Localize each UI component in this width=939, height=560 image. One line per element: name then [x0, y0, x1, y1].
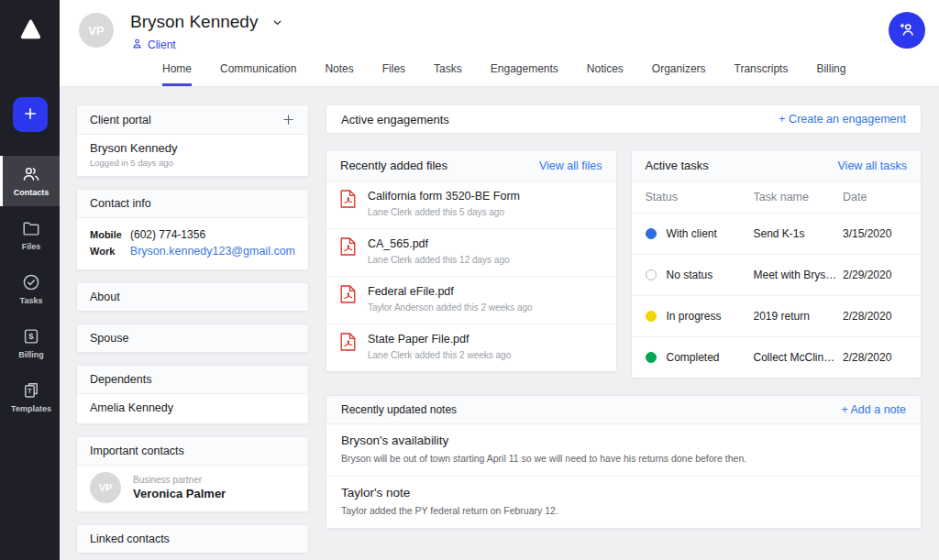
- status-dot: [646, 311, 657, 322]
- pdf-file-icon: [340, 237, 356, 265]
- task-name: Meet with Bryson: [754, 269, 844, 281]
- task-row[interactable]: Completed Collect McClintock... 2/28/202…: [632, 336, 922, 378]
- linked-contacts-card[interactable]: Linked contacts: [76, 524, 309, 554]
- task-row[interactable]: With client Send K-1s 3/15/2020: [632, 213, 922, 254]
- portal-user-name: Bryson Kennedy: [90, 141, 295, 155]
- tab-communication[interactable]: Communication: [220, 62, 296, 86]
- client-name: Bryson Kennedy: [130, 12, 258, 32]
- tab-tasks[interactable]: Tasks: [434, 62, 462, 86]
- note-row[interactable]: Taylor's note Taylor added the PY federa…: [326, 476, 921, 528]
- contacts-icon: [21, 164, 41, 184]
- file-name: Federal eFile.pdf: [368, 285, 533, 298]
- dollar-square-icon: $: [21, 326, 41, 346]
- view-all-files-link[interactable]: View all files: [539, 159, 602, 172]
- file-row[interactable]: CA_565.pdf Lane Clerk added this 12 days…: [326, 228, 616, 276]
- canopy-logo-icon[interactable]: [0, 0, 60, 59]
- rail-item-label: Billing: [18, 350, 44, 359]
- tasks-card-title: Active tasks: [646, 159, 709, 172]
- contact-info-row: Work Bryson.kennedy123@gmail.com: [90, 245, 295, 258]
- task-status: Completed: [667, 351, 720, 364]
- rail-item-files[interactable]: Files: [0, 210, 60, 260]
- contact-name: Veronica Palmer: [133, 487, 226, 500]
- file-row[interactable]: State Paper File.pdf Lane Clerk added th…: [326, 324, 616, 371]
- rail-item-label: Templates: [11, 404, 51, 413]
- recently-updated-notes-card: Recently updated notes + Add a note Brys…: [326, 395, 922, 529]
- task-row[interactable]: No status Meet with Bryson 2/29/2020: [632, 254, 922, 295]
- person-icon: [131, 38, 143, 52]
- tab-notes[interactable]: Notes: [325, 62, 353, 86]
- contact-info-title: Contact info: [90, 197, 151, 210]
- active-tasks-card: Active tasks View all tasks Status Task …: [631, 149, 922, 379]
- note-body: Bryson will be out of town starting Apri…: [341, 453, 906, 464]
- tab-transcripts[interactable]: Transcripts: [735, 62, 789, 86]
- rail-item-tasks[interactable]: Tasks: [0, 264, 60, 314]
- file-meta: Lane Clerk added this 12 days ago: [368, 255, 510, 265]
- global-add-button[interactable]: [13, 97, 48, 132]
- important-contacts-card: Important contacts VP Business partner V…: [76, 436, 309, 512]
- spouse-title: Spouse: [90, 332, 128, 345]
- task-date: 2/28/2020: [843, 351, 907, 364]
- pdf-file-icon: [340, 285, 356, 313]
- important-contacts-title: Important contacts: [90, 445, 184, 457]
- pdf-file-icon: [340, 190, 356, 217]
- chevron-down-icon[interactable]: [271, 16, 283, 28]
- add-note-link[interactable]: + Add a note: [841, 403, 906, 416]
- file-meta: Lane Clerk added this 2 weeks ago: [368, 350, 511, 360]
- task-row[interactable]: In progress 2019 return 2/28/2020: [632, 295, 922, 336]
- spouse-card[interactable]: Spouse: [76, 324, 309, 353]
- rail-item-contacts[interactable]: Contacts: [0, 156, 60, 206]
- contact-info-row: Mobile (602) 774-1356: [90, 228, 295, 241]
- rail-item-label: Files: [22, 242, 41, 251]
- client-portal-title: Client portal: [90, 114, 151, 126]
- column-date: Date: [843, 191, 907, 203]
- task-name: Collect McClintock...: [754, 351, 844, 364]
- task-status: In progress: [667, 310, 722, 323]
- about-card[interactable]: About: [76, 282, 309, 312]
- dependents-title: Dependents: [90, 373, 151, 386]
- file-row[interactable]: Federal eFile.pdf Taylor Anderson added …: [326, 276, 616, 324]
- note-title: Bryson's availability: [341, 434, 906, 447]
- task-name: Send K-1s: [754, 227, 844, 240]
- files-card-title: Recently added files: [340, 159, 447, 172]
- important-contact-row[interactable]: VP Business partner Veronica Palmer: [90, 472, 295, 503]
- main-content: Active engagements + Create an engagemen…: [326, 104, 922, 560]
- check-circle-icon: [21, 272, 41, 292]
- tab-billing[interactable]: Billing: [816, 62, 845, 86]
- client-avatar: VP: [79, 13, 114, 48]
- left-nav-rail: Contacts Files Tasks $ Billing: [0, 0, 60, 560]
- add-contact-button[interactable]: [889, 12, 925, 49]
- plus-icon: [22, 105, 39, 125]
- task-date: 3/15/2020: [843, 227, 907, 240]
- status-dot: [646, 228, 657, 239]
- tab-notices[interactable]: Notices: [587, 62, 624, 86]
- email-link[interactable]: Bryson.kennedy123@gmail.com: [130, 245, 295, 258]
- file-name: California form 3520-BE Form: [368, 190, 520, 203]
- add-person-icon: [898, 20, 916, 41]
- note-row[interactable]: Bryson's availability Bryson will be out…: [326, 423, 921, 476]
- client-portal-add-icon[interactable]: [282, 113, 295, 126]
- tab-engagements[interactable]: Engagements: [491, 62, 558, 86]
- recently-added-files-card: Recently added files View all files Cali…: [326, 149, 617, 372]
- create-engagement-link[interactable]: + Create an engagement: [779, 113, 906, 126]
- rail-item-label: Tasks: [20, 296, 43, 305]
- client-type-label: Client: [148, 38, 176, 51]
- tab-files[interactable]: Files: [382, 62, 405, 86]
- contact-relation: Business partner: [133, 475, 226, 485]
- rail-item-billing[interactable]: $ Billing: [0, 318, 60, 368]
- client-type-link[interactable]: Client: [131, 38, 283, 52]
- file-row[interactable]: California form 3520-BE Form Lane Clerk …: [326, 181, 616, 228]
- client-portal-card: Client portal Bryson Kennedy Logged in 5…: [76, 104, 309, 177]
- client-home-page: Client portal Bryson Kennedy Logged in 5…: [60, 87, 939, 560]
- rail-nav: Contacts Files Tasks $ Billing: [0, 156, 60, 426]
- status-dot: [646, 269, 657, 280]
- task-date: 2/29/2020: [843, 269, 907, 281]
- dependent-name[interactable]: Amelia Kennedy: [90, 401, 295, 415]
- rail-item-templates[interactable]: T Templates: [0, 372, 60, 423]
- svg-text:$: $: [28, 331, 34, 341]
- tab-organizers[interactable]: Organizers: [652, 62, 706, 86]
- tab-home[interactable]: Home: [162, 62, 192, 86]
- note-title: Taylor's note: [341, 486, 906, 500]
- tasks-table-header: Status Task name Date: [632, 181, 922, 213]
- file-name: CA_565.pdf: [368, 237, 510, 250]
- view-all-tasks-link[interactable]: View all tasks: [838, 159, 908, 172]
